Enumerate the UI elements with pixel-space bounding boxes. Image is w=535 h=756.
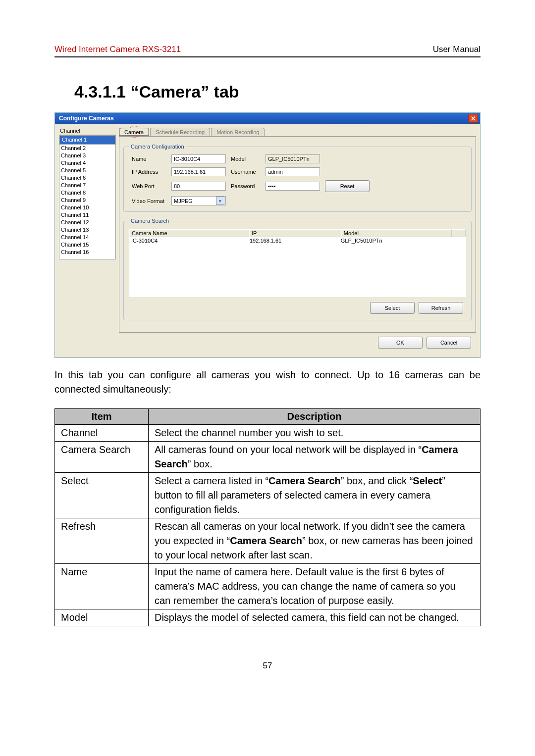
table-row[interactable]: IC-3010C4 192.168.1.61 GLP_IC5010PTn	[129, 237, 466, 244]
cell-description: Rescan all cameras on your local network…	[148, 518, 480, 564]
input-model: GLP_IC5010PTn	[266, 154, 320, 163]
channel-list[interactable]: Channel 1Channel 2Channel 3Channel 4Chan…	[59, 135, 116, 259]
cell-item: Select	[55, 473, 149, 518]
legend-camera-search: Camera Search	[129, 218, 171, 224]
select-videoformat-value: MJPEG	[174, 198, 193, 204]
table-row: NameInput the name of camera here. Defau…	[55, 564, 481, 609]
cell-item: Model	[55, 609, 149, 626]
input-password[interactable]: ••••	[266, 182, 320, 191]
label-ip: IP Address	[132, 169, 166, 175]
select-button[interactable]: Select	[370, 302, 415, 314]
label-webport: Web Port	[132, 183, 166, 189]
list-item[interactable]: Channel 16	[59, 249, 115, 256]
intro-paragraph: In this tab you can configure all camera…	[54, 368, 481, 397]
cell-description: Select the channel number you wish to se…	[148, 425, 480, 442]
legend-camera-configuration: Camera Configuration	[129, 144, 186, 150]
cell-description: Displays the model of selected camera, t…	[148, 609, 480, 626]
label-name: Name	[132, 156, 166, 162]
description-table: Item Description ChannelSelect the chann…	[54, 408, 481, 626]
header-rule	[54, 56, 481, 57]
list-item[interactable]: Channel 15	[59, 241, 115, 249]
list-item[interactable]: Channel 13	[59, 226, 115, 234]
table-row: Camera SearchAll cameras found on your l…	[55, 442, 481, 473]
close-icon[interactable]: ✕	[468, 114, 478, 123]
list-item[interactable]: Channel 10	[59, 204, 115, 211]
label-model: Model	[231, 156, 261, 162]
cell-description: Select a camera listed in “Camera Search…	[148, 473, 480, 518]
chevron-down-icon[interactable]: ▾	[216, 197, 224, 205]
fieldset-camera-search: Camera Search Camera Name IP Model IC-30…	[123, 218, 472, 320]
label-username: Username	[231, 169, 261, 175]
table-row: ChannelSelect the channel number you wis…	[55, 425, 481, 442]
list-item[interactable]: Channel 12	[59, 219, 115, 226]
table-row: ModelDisplays the model of selected came…	[55, 609, 481, 626]
reset-button[interactable]: Reset	[325, 180, 370, 192]
cell-model: GLP_IC5010PTn	[341, 237, 464, 244]
cell-item: Camera Search	[55, 442, 149, 473]
cell-description: Input the name of camera here. Default v…	[148, 564, 480, 609]
list-item[interactable]: Channel 4	[59, 159, 115, 167]
list-item[interactable]: Channel 11	[59, 211, 115, 219]
header-left: Wired Internet Camera RXS-3211	[54, 45, 181, 54]
list-item[interactable]: Channel 6	[59, 174, 115, 182]
list-item[interactable]: Channel 7	[59, 182, 115, 189]
input-username[interactable]: admin	[266, 167, 320, 176]
select-videoformat[interactable]: MJPEG ▾	[171, 196, 226, 205]
dialog-title: Configure Cameras	[59, 115, 114, 122]
tab-motion[interactable]: Motion Recording	[211, 128, 265, 136]
cell-ip: 192.168.1.61	[250, 237, 341, 244]
col-model[interactable]: Model	[341, 229, 452, 237]
table-row: SelectSelect a camera listed in “Camera …	[55, 473, 481, 518]
cell-item: Refresh	[55, 518, 149, 564]
header-right: User Manual	[433, 45, 481, 54]
input-name[interactable]: IC-3010C4	[171, 154, 226, 163]
list-item[interactable]: Channel 9	[59, 197, 115, 204]
col-ip[interactable]: IP	[249, 229, 341, 237]
list-item[interactable]: Channel 5	[59, 167, 115, 174]
cancel-button[interactable]: Cancel	[427, 337, 471, 349]
input-ip[interactable]: 192.168.1.61	[171, 167, 226, 176]
dialog-configure-cameras: Configure Cameras ✕ Channel Channel 1Cha…	[54, 112, 481, 358]
table-row: RefreshRescan all cameras on your local …	[55, 518, 481, 564]
section-title: 4.3.1.1 “Camera” tab	[74, 82, 481, 101]
channel-label: Channel	[60, 128, 116, 134]
list-item[interactable]: Channel 2	[59, 145, 115, 152]
list-item[interactable]: Channel 1	[59, 135, 115, 145]
camera-search-table[interactable]: Camera Name IP Model IC-3010C4 192.168.1…	[129, 229, 466, 297]
cell-camera-name: IC-3010C4	[131, 237, 250, 244]
cell-item: Channel	[55, 425, 149, 442]
list-item[interactable]: Channel 14	[59, 234, 115, 241]
refresh-button[interactable]: Refresh	[419, 302, 463, 314]
col-spacer	[452, 229, 466, 237]
th-description: Description	[148, 409, 480, 425]
cell-item: Name	[55, 564, 149, 609]
fieldset-camera-configuration: Camera Configuration Name IC-3010C4 Mode…	[123, 144, 472, 212]
list-item[interactable]: Channel 3	[59, 152, 115, 159]
titlebar[interactable]: Configure Cameras ✕	[55, 113, 480, 124]
tab-schedule[interactable]: Schedule Recording	[150, 128, 210, 136]
th-item: Item	[55, 409, 149, 425]
list-item[interactable]: Channel 8	[59, 189, 115, 197]
page-number: 57	[54, 661, 481, 671]
label-videoformat: Video Format	[132, 198, 166, 204]
ok-button[interactable]: OK	[378, 337, 423, 349]
col-camera-name[interactable]: Camera Name	[129, 229, 249, 237]
label-password: Password	[231, 183, 261, 189]
tab-camera[interactable]: Camera	[119, 128, 149, 136]
cell-description: All cameras found on your local network …	[148, 442, 480, 473]
input-webport[interactable]: 80	[171, 182, 226, 191]
